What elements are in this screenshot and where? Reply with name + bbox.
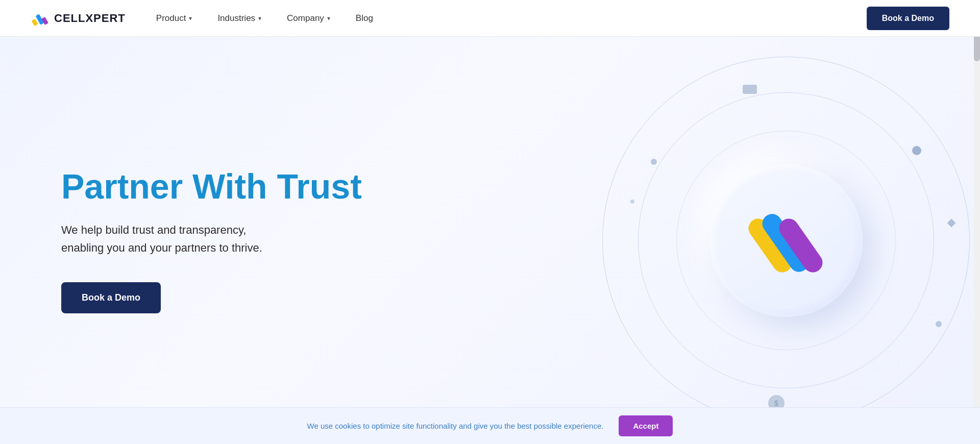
chevron-down-icon: ▾: [189, 15, 192, 22]
cookie-banner: We use cookies to optimize site function…: [0, 407, 980, 444]
stripes-logo: [745, 200, 827, 281]
nav-company-label: Company: [287, 13, 324, 23]
center-circle: [709, 164, 863, 317]
svg-rect-0: [32, 18, 38, 26]
node-dot-left: [630, 200, 634, 204]
node-rect-top: [743, 85, 757, 94]
nav-industries-label: Industries: [217, 13, 255, 23]
node-dot-bottomright: [936, 321, 942, 327]
scrollbar[interactable]: [974, 0, 980, 444]
nav-company[interactable]: Company ▾: [287, 13, 330, 23]
nav-blog-label: Blog: [356, 13, 373, 23]
nav-product-label: Product: [156, 13, 186, 23]
nav-blog[interactable]: Blog: [356, 13, 373, 23]
accept-cookies-button[interactable]: Accept: [619, 415, 673, 436]
cookie-message: We use cookies to optimize site function…: [307, 422, 604, 430]
hero-title: Partner With Trust: [61, 167, 362, 206]
cellxpert-logo-icon: [31, 9, 49, 28]
hero-illustration: $: [577, 57, 980, 424]
book-demo-nav-button[interactable]: Book a Demo: [867, 7, 949, 30]
logo[interactable]: CELLXPERT: [31, 9, 126, 28]
node-dot-topright: [912, 146, 921, 155]
book-demo-hero-button[interactable]: Book a Demo: [61, 282, 161, 313]
nav-product[interactable]: Product ▾: [156, 13, 192, 23]
circles-container: $: [602, 57, 970, 424]
nav-links: Product ▾ Industries ▾ Company ▾ Blog: [156, 13, 373, 23]
hero-subtitle: We help build trust and transparency, en…: [61, 221, 362, 257]
hero-subtitle-line1: We help build trust and transparency,: [61, 224, 246, 236]
nav-left: CELLXPERT Product ▾ Industries ▾ Company…: [31, 9, 373, 28]
chevron-down-icon: ▾: [327, 15, 330, 22]
hero-content: Partner With Trust We help build trust a…: [0, 167, 362, 313]
hero-subtitle-line2: enabling you and your partners to thrive…: [61, 241, 262, 254]
hero-section: Partner With Trust We help build trust a…: [0, 37, 980, 444]
navbar: CELLXPERT Product ▾ Industries ▾ Company…: [0, 0, 980, 37]
nav-industries[interactable]: Industries ▾: [217, 13, 261, 23]
node-dot-topleft: [651, 159, 657, 165]
logo-text: CELLXPERT: [54, 12, 126, 25]
chevron-down-icon: ▾: [258, 15, 261, 22]
